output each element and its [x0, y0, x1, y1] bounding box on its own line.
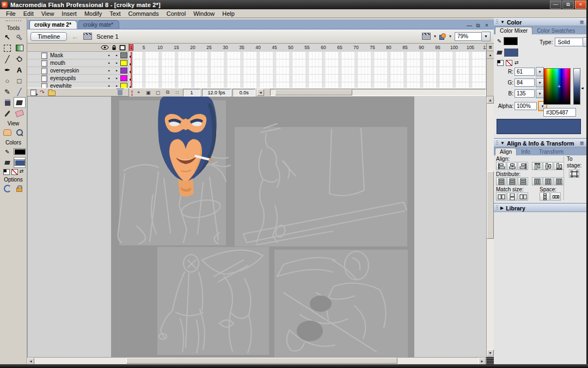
tab-color-swatches[interactable]: Color Swatches [532, 27, 579, 34]
document-tab[interactable]: croiky mate* [78, 20, 119, 29]
panel-grip[interactable] [496, 206, 498, 210]
gap-size-option[interactable] [2, 183, 14, 194]
add-motion-guide-button[interactable]: ↷ [40, 89, 45, 95]
tab-align[interactable]: Align [495, 148, 517, 155]
hex-color-input[interactable]: #3D5487 [543, 108, 576, 117]
pen-tool[interactable]: ✒ [2, 64, 14, 75]
align-center-h-button[interactable] [507, 162, 517, 170]
timeline-frame-pane[interactable]: 1 51015202530354045505560657075808590951… [129, 44, 486, 96]
resize-grip[interactable] [486, 357, 494, 364]
layer-frames-row[interactable] [129, 75, 486, 82]
layer-row[interactable]: overeyeskin•• [27, 67, 129, 75]
horizontal-scroll-thumb[interactable] [126, 358, 397, 364]
menu-window[interactable]: Window [189, 10, 218, 17]
frame-view-menu-button[interactable]: ≣ [487, 44, 494, 51]
doc-close-button[interactable]: × [483, 22, 491, 29]
color-panel-header[interactable]: ▼ Color ≣ [494, 18, 586, 26]
lock-layers-icon[interactable] [111, 45, 117, 51]
stroke-color-control[interactable]: ✎ [2, 146, 14, 157]
insert-layer-button[interactable] [30, 89, 36, 95]
layer-frames-row[interactable] [129, 59, 486, 67]
menu-edit[interactable]: Edit [20, 10, 38, 17]
tab-color-mixer[interactable]: Color Mixer [495, 27, 532, 34]
layer-lock-dot[interactable]: • [113, 53, 120, 58]
eyedropper-tool[interactable] [2, 108, 14, 119]
layer-lock-dot[interactable]: • [113, 76, 120, 81]
layer-name[interactable]: overeyeskin [47, 68, 105, 74]
blue-slider-button[interactable]: ▾ [536, 89, 544, 98]
layer-visibility-dot[interactable]: • [105, 53, 113, 58]
green-value-input[interactable]: 84 [514, 79, 535, 87]
lock-fill-option[interactable] [14, 183, 26, 194]
onion-skin-outlines-button[interactable]: ▢ [154, 89, 162, 96]
subselection-tool[interactable]: ↖ [14, 32, 26, 43]
window-bottom-border[interactable] [0, 364, 588, 368]
blue-value-input[interactable]: 135 [514, 89, 535, 98]
menu-help[interactable]: Help [218, 10, 238, 17]
layer-frames-row[interactable] [129, 67, 486, 75]
delete-layer-trash-button[interactable] [118, 90, 122, 95]
layer-outline-color-swatch[interactable] [120, 75, 127, 81]
to-stage-button[interactable] [569, 170, 579, 178]
scene-name[interactable]: Scene 1 [96, 33, 118, 40]
layer-row[interactable]: mouth•• [27, 59, 129, 67]
collapse-arrow-icon[interactable]: ▼ [500, 20, 505, 25]
playhead-frame-marker[interactable]: 1 [129, 44, 133, 51]
space-vertical-button[interactable] [540, 192, 550, 201]
panel-grip[interactable] [496, 141, 498, 146]
layer-name[interactable]: mouth [47, 60, 105, 66]
timeline-toggle-button[interactable]: Timeline [30, 32, 67, 41]
green-slider-button[interactable]: ▾ [536, 78, 544, 87]
center-frame-button[interactable]: ⌖ [134, 89, 143, 96]
mixer-no-color-button[interactable] [506, 60, 512, 66]
pencil-tool[interactable]: ✎ [2, 86, 14, 97]
layer-visibility-dot[interactable]: • [105, 68, 113, 74]
timeline-horizontal-scrollbar[interactable] [270, 89, 486, 96]
menu-view[interactable]: View [38, 10, 58, 17]
swap-colors-button[interactable]: ⇄ [20, 169, 24, 175]
distribute-left-button[interactable] [532, 177, 542, 185]
toolbar-grip[interactable] [5, 20, 21, 23]
layer-outline-color-swatch[interactable] [120, 83, 127, 88]
restore-button[interactable]: ⧉ [562, 1, 574, 9]
edit-scene-dropdown-icon[interactable]: ▾ [434, 34, 436, 39]
color-picker-area[interactable]: + [543, 68, 571, 105]
zoom-tool[interactable] [14, 127, 26, 138]
layer-outline-color-swatch[interactable] [120, 68, 127, 74]
menu-text[interactable]: Text [106, 10, 124, 17]
layer-visibility-dot[interactable]: • [105, 83, 113, 88]
black-white-button[interactable] [3, 169, 10, 175]
menu-modify[interactable]: Modify [81, 10, 106, 17]
menu-insert[interactable]: Insert [58, 10, 81, 17]
show-hide-layers-eye-icon[interactable] [101, 45, 109, 50]
panel-grip[interactable] [496, 20, 498, 25]
rectangle-tool[interactable]: □ [14, 75, 26, 86]
minimize-button[interactable]: — [550, 1, 561, 9]
alpha-value-input[interactable]: 100% [514, 102, 537, 110]
red-slider-button[interactable]: ▾ [536, 67, 544, 76]
distribute-middle-button[interactable] [507, 177, 517, 185]
align-top-button[interactable] [532, 162, 542, 170]
match-width-button[interactable] [496, 192, 506, 201]
edit-symbol-icon[interactable] [439, 33, 446, 39]
layer-outline-color-swatch[interactable] [120, 60, 127, 66]
ink-bottle-tool[interactable] [2, 97, 14, 108]
mixer-fill-swatch[interactable] [504, 49, 518, 57]
hand-tool[interactable] [2, 127, 14, 138]
mixer-black-white-button[interactable] [497, 60, 504, 66]
brightness-slider[interactable] [573, 68, 580, 105]
panel-menu-icon[interactable]: ≣ [580, 140, 584, 146]
gradient-transform-tool[interactable] [14, 43, 26, 53]
playhead-line[interactable] [131, 52, 132, 88]
align-panel-header[interactable]: ▼ Align & Info & Transform ≣ [494, 139, 586, 147]
close-button[interactable]: × [575, 1, 586, 9]
timeline-scroll-thumb[interactable] [275, 89, 352, 95]
align-left-button[interactable] [496, 162, 506, 170]
edit-symbol-dropdown-icon[interactable]: ▾ [449, 34, 451, 39]
frame-grid[interactable] [129, 52, 486, 88]
match-both-button[interactable] [518, 192, 528, 201]
stage-canvas[interactable] [27, 96, 486, 357]
tab-info[interactable]: Info [517, 148, 535, 155]
brush-tool[interactable]: ╱ [14, 86, 26, 97]
paint-bucket-tool[interactable] [14, 97, 26, 108]
